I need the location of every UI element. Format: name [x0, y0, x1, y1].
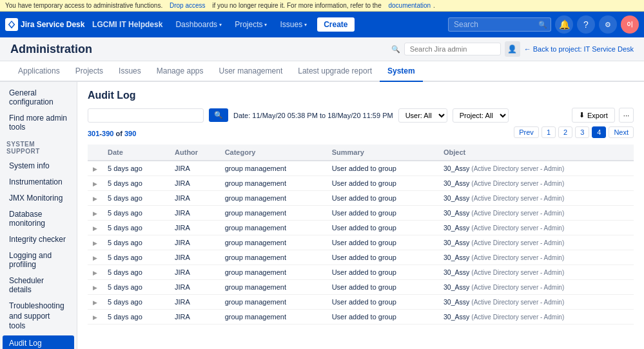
object-cell: 30_Assy (Active Directory server - Admin…	[438, 295, 634, 310]
expand-cell[interactable]: ▶	[88, 295, 102, 310]
main-wrapper: General configuration Find more admin to…	[0, 82, 644, 349]
expand-arrow-icon[interactable]: ▶	[93, 284, 97, 291]
tab-manage-apps[interactable]: Manage apps	[149, 61, 211, 82]
expand-cell[interactable]: ▶	[88, 265, 102, 280]
page-3-button[interactable]: 3	[575, 126, 589, 138]
sidebar-item-troubleshooting[interactable]: Troubleshooting and support tools	[3, 298, 74, 335]
object-cell: 30_Assy (Active Directory server - Admin…	[438, 176, 634, 191]
tab-issues[interactable]: Issues	[111, 61, 149, 82]
sidebar-item-system-info[interactable]: System info	[3, 158, 74, 174]
summary-cell: User added to group	[327, 161, 438, 176]
audit-search-button[interactable]: 🔍	[209, 108, 228, 122]
object-cell: 30_Assy (Active Directory server - Admin…	[438, 280, 634, 295]
expand-arrow-icon[interactable]: ▶	[93, 181, 97, 187]
tab-upgrade-report[interactable]: Latest upgrade report	[290, 61, 380, 82]
category-cell: group management	[220, 221, 327, 235]
nav-projects[interactable]: Projects ▾	[229, 12, 272, 37]
help-icon[interactable]: ?	[577, 15, 595, 34]
date-cell: 5 days ago	[102, 191, 170, 206]
summary-cell: User added to group	[327, 191, 438, 206]
nav-issues[interactable]: Issues ▾	[275, 12, 312, 37]
expand-cell[interactable]: ▶	[88, 250, 102, 265]
category-cell: group management	[220, 161, 327, 176]
table-row: ▶ 5 days ago JIRA group management User …	[88, 161, 634, 176]
sidebar-item-find-admin-tools[interactable]: Find more admin tools	[3, 110, 74, 135]
page-1-button[interactable]: 1	[542, 126, 556, 138]
category-cell: group management	[220, 280, 327, 295]
export-button[interactable]: ⬇ Export	[572, 108, 615, 123]
author-cell: JIRA	[170, 176, 220, 191]
tab-projects[interactable]: Projects	[68, 61, 111, 82]
table-row: ▶ 5 days ago JIRA group management User …	[88, 265, 634, 280]
admin-search-input[interactable]	[404, 43, 501, 55]
notifications-icon[interactable]: 🔔	[555, 15, 573, 34]
nav-dashboards[interactable]: Dashboards ▾	[170, 12, 227, 37]
chevron-down-icon: ▾	[219, 22, 222, 28]
expand-cell[interactable]: ▶	[88, 310, 102, 324]
expand-cell[interactable]: ▶	[88, 176, 102, 191]
expand-cell[interactable]: ▶	[88, 280, 102, 295]
project-filter-select[interactable]: Project: All	[453, 108, 509, 123]
drop-access-link[interactable]: Drop access	[170, 2, 206, 9]
export-icon: ⬇	[579, 111, 585, 119]
sidebar-item-audit-log[interactable]: Audit Log	[3, 335, 74, 349]
table-row: ▶ 5 days ago JIRA group management User …	[88, 250, 634, 265]
author-cell: JIRA	[170, 265, 220, 280]
author-cell: JIRA	[170, 295, 220, 310]
category-cell: group management	[220, 250, 327, 265]
table-row: ▶ 5 days ago JIRA group management User …	[88, 221, 634, 235]
warning-bar: You have temporary access to administrat…	[0, 0, 644, 12]
tab-user-management[interactable]: User management	[211, 61, 291, 82]
sidebar-item-jmx-monitoring[interactable]: JMX Monitoring	[3, 190, 74, 206]
avatar[interactable]: 이	[621, 15, 639, 34]
back-to-project-link[interactable]: ← Back to project: IT Service Desk	[524, 45, 634, 53]
tab-applications[interactable]: Applications	[10, 61, 68, 82]
warning-suffix: if you no longer require it. For more in…	[212, 2, 381, 9]
expand-arrow-icon[interactable]: ▶	[93, 314, 97, 321]
expand-cell[interactable]: ▶	[88, 235, 102, 250]
create-button[interactable]: Create	[317, 17, 354, 32]
page-4-button[interactable]: 4	[592, 126, 606, 138]
expand-cell[interactable]: ▶	[88, 206, 102, 221]
pagination-count-row: 301-390 of 390 Prev 1 2 3 4 Next	[88, 126, 634, 141]
author-cell: JIRA	[170, 310, 220, 324]
documentation-link[interactable]: documentation	[388, 2, 431, 9]
expand-arrow-icon[interactable]: ▶	[93, 299, 97, 306]
sidebar-item-general-config[interactable]: General configuration	[3, 85, 74, 110]
search-input[interactable]	[448, 17, 551, 32]
author-cell: JIRA	[170, 221, 220, 235]
expand-arrow-icon[interactable]: ▶	[93, 195, 97, 202]
sidebar-item-instrumentation[interactable]: Instrumentation	[3, 174, 74, 190]
expand-arrow-icon[interactable]: ▶	[93, 166, 97, 172]
expand-arrow-icon[interactable]: ▶	[93, 270, 97, 276]
category-cell: group management	[220, 265, 327, 280]
prev-page-button[interactable]: Prev	[514, 126, 539, 138]
expand-cell[interactable]: ▶	[88, 221, 102, 235]
next-page-button[interactable]: Next	[609, 126, 634, 138]
sidebar-item-scheduler-details[interactable]: Scheduler details	[3, 273, 74, 297]
sidebar-item-logging-profiling[interactable]: Logging and profiling	[3, 248, 74, 272]
col-author: Author	[170, 145, 220, 161]
expand-arrow-icon[interactable]: ▶	[93, 240, 97, 246]
user-filter-select[interactable]: User: All	[398, 108, 447, 123]
audit-log-title: Audit Log	[88, 90, 634, 101]
options-button[interactable]: ···	[619, 108, 634, 123]
settings-icon[interactable]: ⚙	[599, 15, 617, 34]
sidebar-item-database-monitoring[interactable]: Database monitoring	[3, 206, 74, 231]
sidebar-item-integrity-checker[interactable]: Integrity checker	[3, 232, 74, 247]
col-object: Object	[438, 145, 634, 161]
page-2-button[interactable]: 2	[558, 126, 572, 138]
expand-arrow-icon[interactable]: ▶	[93, 255, 97, 261]
date-cell: 5 days ago	[102, 176, 170, 191]
expand-cell[interactable]: ▶	[88, 161, 102, 176]
expand-arrow-icon[interactable]: ▶	[93, 225, 97, 232]
category-cell: group management	[220, 176, 327, 191]
summary-cell: User added to group	[327, 295, 438, 310]
user-icon[interactable]: 👤	[505, 41, 520, 57]
audit-search-input[interactable]	[88, 108, 204, 123]
table-body: ▶ 5 days ago JIRA group management User …	[88, 161, 634, 324]
tab-system[interactable]: System	[380, 61, 423, 82]
expand-cell[interactable]: ▶	[88, 191, 102, 206]
expand-arrow-icon[interactable]: ▶	[93, 210, 97, 217]
audit-controls-row: 🔍 Date: 11/May/20 05:38 PM to 18/May/20 …	[88, 108, 634, 123]
